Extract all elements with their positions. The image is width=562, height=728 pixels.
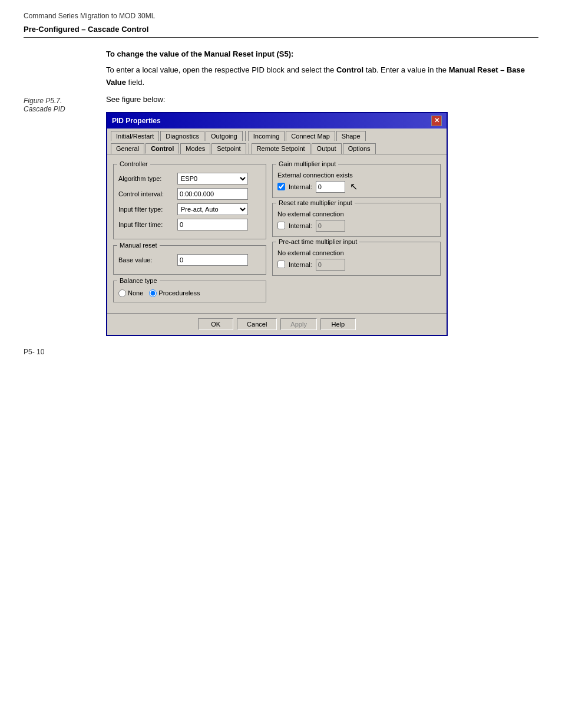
pre-act-internal-label: Internal: bbox=[289, 261, 312, 268]
dialog-footer: OK Cancel Apply Help bbox=[107, 313, 447, 335]
manual-reset-title: Manual reset bbox=[117, 242, 160, 249]
see-figure: See figure below: bbox=[106, 95, 538, 104]
none-radio-label: None bbox=[128, 289, 143, 297]
algorithm-type-row: Algorithm type: ESP0 bbox=[118, 173, 261, 185]
gain-internal-checkbox[interactable] bbox=[277, 183, 285, 190]
figure-label-area: Figure P5.7. Cascade PID bbox=[24, 50, 88, 113]
dialog-body: Controller Algorithm type: ESP0 Control … bbox=[107, 154, 447, 313]
gain-internal-input[interactable] bbox=[316, 181, 345, 193]
dialog-titlebar: PID Properties ✕ bbox=[107, 113, 447, 129]
algorithm-type-select[interactable]: ESP0 bbox=[177, 173, 248, 185]
procedureless-radio[interactable] bbox=[149, 289, 157, 297]
input-filter-type-label: Input filter type: bbox=[118, 206, 177, 213]
input-filter-time-row: Input filter time: bbox=[118, 219, 261, 230]
pre-act-internal-input[interactable] bbox=[316, 259, 345, 271]
main-content: To change the value of the Manual Reset … bbox=[106, 50, 538, 336]
manual-reset-group: Manual reset Base value: bbox=[113, 245, 266, 275]
pid-properties-dialog: PID Properties ✕ Initial/Restart Diagnos… bbox=[106, 112, 448, 336]
procedureless-radio-label: Procedureless bbox=[158, 289, 200, 297]
tab-initial-restart[interactable]: Initial/Restart bbox=[111, 131, 159, 141]
reset-rate-group: Reset rate multiplier input No external … bbox=[272, 203, 441, 237]
cancel-button[interactable]: Cancel bbox=[237, 318, 277, 330]
procedureless-radio-item: Procedureless bbox=[149, 289, 200, 297]
right-panel: Gain multiplier input External connectio… bbox=[272, 160, 441, 307]
dialog-title: PID Properties bbox=[112, 117, 161, 125]
figure-caption-text: Cascade PID bbox=[24, 105, 88, 113]
tab-modes[interactable]: Modes bbox=[180, 143, 210, 154]
section-body: To enter a local value, open the respect… bbox=[106, 64, 538, 89]
controller-group-title: Controller bbox=[117, 160, 150, 167]
controller-group: Controller Algorithm type: ESP0 Control … bbox=[113, 164, 266, 239]
cursor-icon: ↖ bbox=[350, 181, 358, 192]
tab-diagnostics[interactable]: Diagnostics bbox=[160, 131, 204, 141]
tab-output[interactable]: Output bbox=[312, 143, 342, 154]
pre-act-group: Pre-act time multiplier input No externa… bbox=[272, 242, 441, 276]
ok-button[interactable]: OK bbox=[198, 318, 233, 330]
tab-outgoing[interactable]: Outgoing bbox=[206, 131, 243, 141]
reset-internal-checkbox[interactable] bbox=[277, 222, 285, 229]
input-filter-time-input[interactable] bbox=[177, 219, 248, 230]
help-button[interactable]: Help bbox=[320, 318, 356, 330]
none-radio-item: None bbox=[118, 289, 143, 297]
dialog-tabs-row2: General Control Modes Setpoint Remote Se… bbox=[107, 141, 447, 154]
base-value-row: Base value: bbox=[118, 254, 261, 266]
tab-connect-map[interactable]: Connect Map bbox=[286, 131, 335, 141]
reset-internal-label: Internal: bbox=[289, 222, 312, 229]
doc-subheader: Pre-Configured – Cascade Control bbox=[24, 25, 538, 34]
doc-header: Command Series Migration to MOD 30ML bbox=[24, 12, 538, 20]
dialog-tabs-row1: Initial/Restart Diagnostics Outgoing Inc… bbox=[107, 129, 447, 141]
figure-label-text: Figure P5.7. bbox=[24, 97, 88, 105]
input-filter-type-select[interactable]: Pre-act, Auto bbox=[177, 203, 248, 215]
dialog-close-button[interactable]: ✕ bbox=[431, 116, 442, 126]
balance-type-group: Balance type None Procedureless bbox=[113, 281, 266, 302]
gain-multiplier-title: Gain multiplier input bbox=[276, 160, 338, 167]
gain-internal-label: Internal: bbox=[289, 183, 312, 190]
pre-act-internal-row: Internal: bbox=[277, 259, 435, 271]
none-radio[interactable] bbox=[118, 289, 126, 297]
tab-control[interactable]: Control bbox=[146, 143, 179, 154]
tab-general[interactable]: General bbox=[111, 143, 144, 154]
reset-internal-input[interactable] bbox=[316, 220, 345, 232]
tab-remote-setpoint[interactable]: Remote Setpoint bbox=[252, 143, 310, 154]
apply-button[interactable]: Apply bbox=[280, 318, 317, 330]
control-interval-input[interactable] bbox=[177, 188, 248, 200]
tab-setpoint[interactable]: Setpoint bbox=[211, 143, 246, 154]
tab-shape[interactable]: Shape bbox=[336, 131, 366, 141]
page-number: P5- 10 bbox=[24, 348, 538, 356]
gain-internal-row: Internal: ↖ bbox=[277, 181, 435, 193]
tab-options[interactable]: Options bbox=[343, 143, 376, 154]
balance-radio-group: None Procedureless bbox=[118, 289, 261, 297]
left-panel: Controller Algorithm type: ESP0 Control … bbox=[113, 160, 266, 307]
pre-act-no-external-text: No external connection bbox=[277, 249, 435, 256]
pre-act-internal-checkbox[interactable] bbox=[277, 261, 285, 268]
tab-incoming[interactable]: Incoming bbox=[248, 131, 285, 141]
base-value-input[interactable] bbox=[177, 254, 248, 266]
external-connection-text: External connection exists bbox=[277, 172, 435, 179]
control-interval-row: Control interval: bbox=[118, 188, 261, 200]
gain-multiplier-group: Gain multiplier input External connectio… bbox=[272, 164, 441, 198]
base-value-label: Base value: bbox=[118, 256, 177, 263]
reset-no-external-text: No external connection bbox=[277, 210, 435, 218]
balance-type-title: Balance type bbox=[117, 277, 160, 284]
section-title: To change the value of the Manual Reset … bbox=[106, 50, 538, 58]
algorithm-type-label: Algorithm type: bbox=[118, 175, 177, 182]
reset-rate-title: Reset rate multiplier input bbox=[276, 199, 355, 206]
pre-act-title: Pre-act time multiplier input bbox=[276, 238, 359, 245]
control-interval-label: Control interval: bbox=[118, 190, 177, 197]
input-filter-time-label: Input filter time: bbox=[118, 221, 177, 228]
reset-internal-row: Internal: bbox=[277, 220, 435, 232]
input-filter-type-row: Input filter type: Pre-act, Auto bbox=[118, 203, 261, 215]
